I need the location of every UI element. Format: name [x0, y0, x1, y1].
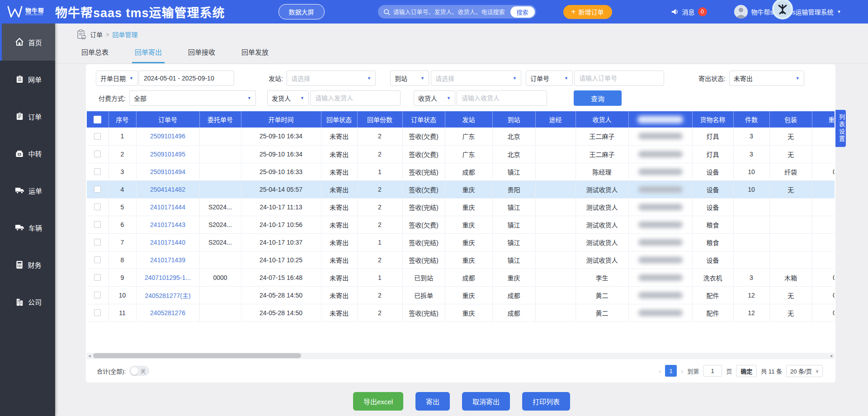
order-number-link[interactable]: 2405281276	[150, 309, 185, 317]
cell-weight	[812, 251, 835, 269]
sidebar-item-waybills[interactable]: 运单	[0, 172, 55, 209]
row-checkbox[interactable]	[94, 221, 101, 228]
table-row[interactable]: 72410171440S2024...24-10-17 10:37未寄出1签收(…	[87, 233, 835, 251]
global-search-input[interactable]	[393, 9, 510, 15]
breadcrumb-separator: >	[106, 31, 109, 38]
sidebar-item-orders[interactable]: 订单	[0, 98, 55, 135]
order-number-link[interactable]: 2410171439	[150, 256, 185, 264]
print-list-button[interactable]: 打印列表	[522, 392, 570, 411]
scrollbar-thumb[interactable]	[93, 353, 301, 358]
order-number-link[interactable]: 2509101495	[150, 151, 185, 158]
from-station-select[interactable]: 请选择▼	[287, 71, 376, 86]
table-row[interactable]: 52410171444S2024...24-10-17 11:13未寄出2签收(…	[87, 198, 835, 216]
row-checkbox[interactable]	[94, 203, 101, 210]
row-checkbox[interactable]	[94, 274, 101, 281]
row-checkbox[interactable]	[94, 133, 101, 140]
table-row[interactable]: 3250910149425-09-10 16:33未寄出1签收(完结)成都镇江陈…	[87, 163, 835, 180]
page-number-1[interactable]: 1	[665, 365, 677, 377]
row-checkbox[interactable]	[94, 256, 101, 263]
cell-goods_name: 洗衣机	[692, 269, 733, 286]
consignee-type-select[interactable]: 收货人▼	[414, 90, 455, 106]
cell-checkbox	[87, 216, 108, 233]
goto-page-input[interactable]	[703, 365, 722, 377]
data-screen-button[interactable]: 数据大屏	[278, 4, 325, 19]
sidebar-item-company[interactable]: 公司	[0, 283, 55, 320]
pay-method-select[interactable]: 全部▼	[129, 90, 256, 106]
total-toggle[interactable]: 关	[129, 366, 149, 376]
calculator-icon	[15, 260, 24, 269]
goto-confirm-button[interactable]: 确定	[736, 365, 757, 377]
horizontal-scrollbar[interactable]: ◂ ▸	[87, 353, 835, 359]
cell-phone	[628, 304, 692, 321]
toggle-state: 关	[140, 367, 146, 375]
order-number-link[interactable]: 2410171440	[150, 239, 185, 246]
tab-receipt-send[interactable]: 回单寄出	[132, 43, 165, 63]
table-row[interactable]: 2250910149525-09-10 16:34未寄出2签收(欠费)广东北京王…	[87, 145, 835, 163]
shipper-input[interactable]	[310, 90, 401, 106]
table-row[interactable]: 4250414148225-04-14 05:57未寄出2签收(欠费)重庆贵阳测…	[87, 180, 835, 198]
row-checkbox[interactable]	[94, 186, 101, 193]
tab-bar: 回单总表 回单寄出 回单接收 回单发放	[55, 43, 868, 64]
breadcrumb-section[interactable]: 订单	[90, 30, 103, 39]
table-row[interactable]: 8241017143924-10-17 10:25未寄出2签收(完结)重庆镇江测…	[87, 251, 835, 269]
prev-page-icon[interactable]: ‹	[659, 367, 661, 375]
orderno-input[interactable]	[574, 71, 664, 86]
tab-receipt-receive[interactable]: 回单接收	[185, 43, 218, 63]
table-row[interactable]: 102405281277(主)24-05-28 14:50未寄出2已拆单重庆成都…	[87, 286, 835, 304]
next-page-icon[interactable]: ›	[681, 367, 683, 375]
account-menu[interactable]: 物牛帮saas tms运输管理系统 ▼	[734, 5, 841, 19]
to-station-select[interactable]: 请选择▼	[431, 71, 521, 86]
tab-receipt-summary[interactable]: 回单总表	[79, 43, 111, 63]
search-button[interactable]: 搜索	[510, 6, 535, 18]
cell-weight	[812, 198, 835, 216]
query-button[interactable]: 查询	[574, 90, 622, 106]
send-status-select[interactable]: 未寄出▼	[729, 71, 804, 86]
orderno-type-select[interactable]: 订单号▼	[526, 71, 573, 86]
cell-consignee: 测试收货人	[576, 198, 628, 216]
table-row[interactable]: 92407101295-1...000024-07-15 16:48未寄出1已到…	[87, 269, 835, 286]
shipper-type-select[interactable]: 发货人▼	[267, 90, 309, 106]
order-number-link[interactable]: 2509101494	[150, 168, 185, 175]
column-settings-tab[interactable]: 列表设置	[835, 110, 846, 147]
row-checkbox[interactable]	[94, 239, 101, 246]
order-number-link[interactable]: 2407101295-1...	[145, 274, 191, 281]
sidebar-item-vehicles[interactable]: 车辆	[0, 209, 55, 246]
row-checkbox[interactable]	[94, 151, 101, 157]
cancel-send-button[interactable]: 取消寄出	[462, 392, 510, 411]
sidebar-item-finance[interactable]: 财务	[0, 246, 55, 283]
col-header-pieces: 件数	[733, 111, 769, 128]
truck-icon	[15, 186, 24, 194]
scroll-right-icon[interactable]: ▸	[829, 353, 835, 359]
date-type-select[interactable]: 开单日期▼	[96, 71, 138, 86]
pagination: ‹ 1 › 到第 页 确定 共 11 条 20 条/页 ∨	[659, 365, 823, 377]
add-order-button[interactable]: + 新增订单	[563, 5, 612, 19]
order-number-link[interactable]: 2509101496	[150, 132, 185, 140]
select-all-checkbox[interactable]	[94, 116, 101, 123]
sidebar-item-net-orders[interactable]: 网单	[0, 61, 55, 98]
date-range-input[interactable]	[139, 71, 234, 86]
export-excel-button[interactable]: 导出excel	[353, 392, 403, 411]
table-row[interactable]: 62410171443S2024...24-10-17 10:56未寄出2签收(…	[87, 216, 835, 233]
global-search[interactable]: 搜索	[378, 5, 536, 19]
cell-from_station: 重庆	[445, 180, 492, 198]
order-number-link[interactable]: 2405281277(主)	[145, 292, 190, 299]
scroll-left-icon[interactable]: ◂	[87, 353, 92, 359]
sidebar-item-home[interactable]: 首页	[0, 24, 55, 61]
sidebar-item-transfer[interactable]: 中转	[0, 135, 55, 172]
cell-copies: 1	[357, 233, 402, 251]
page-size-select[interactable]: 20 条/页 ∨	[786, 365, 823, 377]
order-number-link[interactable]: 2410171444	[150, 203, 185, 211]
consignee-input[interactable]	[457, 90, 547, 106]
row-checkbox[interactable]	[94, 292, 101, 298]
row-checkbox[interactable]	[94, 168, 101, 175]
send-button[interactable]: 寄出	[415, 392, 450, 411]
cell-pieces: 3	[733, 128, 769, 145]
row-checkbox[interactable]	[94, 309, 101, 316]
to-type-select[interactable]: 到站▼	[390, 71, 429, 86]
tab-receipt-issue[interactable]: 回单发放	[239, 43, 271, 63]
table-row[interactable]: 1250910149625-09-10 16:34未寄出2签收(欠费)广东北京王…	[87, 128, 835, 145]
table-row[interactable]: 11240528127624-05-28 14:50未寄出2签收(完结)重庆成都…	[87, 304, 835, 321]
order-number-link[interactable]: 2504141482	[150, 186, 185, 193]
order-number-link[interactable]: 2410171443	[150, 221, 185, 228]
messages-button[interactable]: 消息 0	[671, 7, 707, 16]
